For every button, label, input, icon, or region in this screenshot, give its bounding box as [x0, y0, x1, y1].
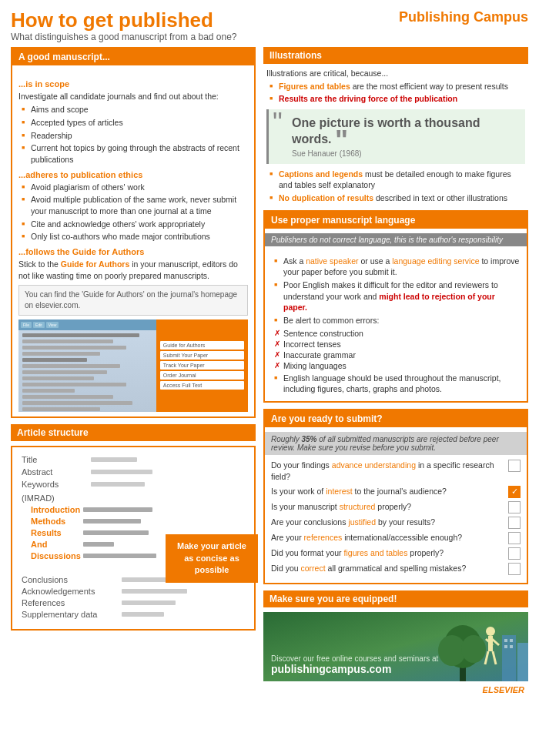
- imrad-bar: [83, 554, 156, 558]
- structure-item-abstract: Abstract: [22, 467, 245, 477]
- quote-author: Sue Hanauer (1968): [292, 149, 517, 158]
- ss-btn: Access Full Text: [160, 381, 244, 390]
- elsevier-logo: ELSEVIER: [483, 685, 524, 694]
- imrad-bar: [83, 530, 149, 535]
- submit-item-5: Did you format your figures and tables p…: [271, 547, 521, 560]
- sb-label: Acknowledgements: [22, 587, 122, 596]
- svg-point-5: [486, 627, 495, 636]
- article-structure-header: Article structure: [11, 424, 256, 441]
- submit-section: Are you ready to submit? Roughly 35% of …: [263, 409, 528, 584]
- struct-label: Title: [22, 455, 91, 464]
- list-item: Aims and scope: [22, 104, 248, 115]
- equipped-header: Make sure you are equipped!: [263, 590, 528, 607]
- header: How to get published What distinguishes …: [11, 9, 528, 42]
- article-structure-section: Article structure Title Abstract Keyword…: [11, 424, 256, 631]
- right-column: Illustrations Illustrations are critical…: [263, 47, 528, 685]
- illustrations-section: Illustrations Illustrations are critical…: [263, 47, 528, 210]
- sb-bar: [122, 612, 164, 617]
- list-item: Accepted types of articles: [22, 117, 248, 129]
- error-item: Sentence construction: [274, 329, 521, 338]
- brand: Publishing Campus: [399, 9, 528, 25]
- list-item: Figures and tables are the most efficien…: [270, 81, 525, 92]
- bottom-banner: Discover our free online courses and sem…: [263, 612, 528, 681]
- illus-intro: Illustrations are critical, because...: [266, 69, 525, 78]
- guide-intro: Stick to the Guide for Authors in your m…: [18, 259, 248, 281]
- checkbox-2[interactable]: [508, 501, 521, 513]
- sb-label: Supplementary data: [22, 610, 122, 619]
- checkbox-3[interactable]: [508, 517, 521, 529]
- article-structure-card: Title Abstract Keywords (IMRAD) Intro: [11, 446, 256, 631]
- quote-block: " One picture is worth a thousand words.…: [266, 109, 525, 164]
- imrad-bar: [83, 542, 114, 547]
- checkbox-0[interactable]: [508, 460, 521, 472]
- screenshot-left: File Edit View: [18, 319, 156, 412]
- list-item: Ask a native speaker or use a language e…: [274, 256, 521, 278]
- list-item: Avoid plagiarism of others' work: [22, 182, 248, 193]
- illus-list: Figures and tables are the most efficien…: [266, 81, 525, 105]
- svg-rect-16: [504, 645, 507, 648]
- svg-rect-11: [502, 635, 516, 681]
- equipped-section: Make sure you are equipped!: [263, 590, 528, 681]
- svg-rect-12: [517, 643, 528, 681]
- lang-list: Ask a native speaker or use a language e…: [271, 256, 521, 326]
- language-subheader: Publishers do not correct language, this…: [265, 233, 527, 246]
- sb-item-supplementary: Supplementary data: [22, 610, 245, 619]
- illustrations-header: Illustrations: [263, 47, 528, 64]
- submit-item-2: Is your manuscript structured properly?: [271, 501, 521, 513]
- struct-bar: [91, 457, 137, 462]
- list-item: Current hot topics by going through the …: [22, 142, 248, 165]
- checkbox-4[interactable]: [508, 532, 521, 544]
- imrad-text: Discussions: [22, 551, 83, 560]
- good-manuscript-card: A good manuscript... ...is in scope Inve…: [11, 47, 256, 418]
- submit-text: Did you format your figures and tables p…: [271, 547, 504, 559]
- checkbox-6[interactable]: [508, 563, 521, 575]
- banner-content: Discover our free online courses and sem…: [271, 654, 438, 675]
- list-item: Be alert to common errors:: [274, 315, 521, 326]
- imrad-item-intro: Introduction: [22, 505, 245, 514]
- submit-text: Do your findings advance understanding i…: [271, 460, 504, 482]
- submit-item-4: Are your references international/access…: [271, 532, 521, 544]
- guide-label: ...follows the Guide for Authors: [18, 247, 248, 256]
- list-item: English language should be used througho…: [274, 373, 521, 395]
- list-item: Captions and legends must be detailed en…: [270, 169, 525, 191]
- list-item: Avoid multiple publication of the same w…: [22, 194, 248, 216]
- errors-list: Sentence construction Incorrect tenses I…: [271, 329, 521, 370]
- struct-label: Abstract: [22, 467, 91, 477]
- concise-box: Make your article as concise as possible: [166, 534, 258, 582]
- ss-nav-item: Edit: [33, 322, 45, 328]
- svg-rect-15: [510, 639, 513, 642]
- sb-label: Conclusions: [22, 575, 122, 584]
- ss-btn: Submit Your Paper: [160, 351, 244, 360]
- ss-lines: [22, 333, 152, 412]
- list-item: Only list co-authors who made major cont…: [22, 231, 248, 243]
- imrad-text: Results: [22, 528, 83, 537]
- sb-bar: [122, 589, 187, 594]
- ss-nav: File Edit View: [18, 319, 156, 330]
- submit-header: Are you ready to submit?: [265, 410, 527, 427]
- illus-list2: Captions and legends must be detailed en…: [266, 169, 525, 204]
- svg-rect-14: [504, 639, 507, 642]
- svg-rect-17: [510, 645, 513, 648]
- main-title: How to get published: [11, 9, 237, 32]
- checkbox-1[interactable]: ✓: [508, 486, 521, 498]
- sb-bar: [122, 600, 176, 605]
- page: How to get published What distinguishes …: [0, 0, 539, 702]
- brand-text: Publishing Campus: [399, 9, 528, 25]
- checkbox-5[interactable]: [508, 547, 521, 560]
- ss-btn: Guide for Authors: [160, 341, 244, 350]
- submit-item-6: Did you correct all grammatical and spel…: [271, 563, 521, 575]
- ss-nav-item: View: [46, 322, 59, 328]
- quote-text: One picture is worth a thousand words. ": [292, 115, 517, 148]
- quote-open-icon: ": [273, 109, 283, 137]
- banner-url: publishingcampus.com: [271, 663, 438, 675]
- banner-text: Discover our free online courses and sem…: [271, 654, 438, 663]
- lang-list2: English language should be used througho…: [271, 373, 521, 395]
- ethics-label: ...adheres to publication ethics: [18, 170, 248, 179]
- svg-point-4: [461, 635, 486, 663]
- header-left: How to get published What distinguishes …: [11, 9, 237, 42]
- in-scope-label: ...is in scope: [18, 79, 248, 89]
- struct-bar: [91, 470, 152, 474]
- struct-label: Keywords: [22, 480, 91, 489]
- submit-subheader: Roughly 35% of all submitted manuscripts…: [265, 432, 527, 455]
- in-scope-list: Aims and scope Accepted types of article…: [18, 104, 248, 165]
